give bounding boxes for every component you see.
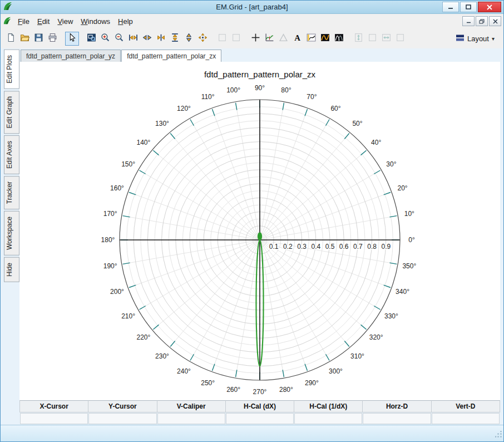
svg-text:170°: 170° [103, 210, 117, 218]
svg-text:0.6: 0.6 [339, 243, 349, 251]
readout-value-cell [157, 413, 225, 424]
svg-text:260°: 260° [226, 386, 240, 394]
polar-chart[interactable]: 0°10°20°30°40°50°60°70°80°90°100°110°120… [19, 81, 500, 400]
chevron-down-icon: ▾ [492, 36, 495, 42]
svg-text:270°: 270° [253, 388, 267, 396]
document-tab-inactive[interactable]: fdtd_pattern_pattern_polar_yz [21, 50, 121, 62]
svg-text:290°: 290° [305, 379, 319, 387]
readout-header-cell: Y-Cursor [88, 400, 157, 412]
svg-text:200°: 200° [110, 288, 124, 296]
readout-header-row: X-CursorY-CursorV-CaliperH-Cal (dX)H-Cal… [19, 400, 500, 412]
pan-vertical-icon [184, 33, 194, 44]
triangle-marker-icon [279, 33, 288, 44]
toolbar-pointer-select-button[interactable] [65, 32, 79, 46]
toolbar-fft-window-button[interactable] [332, 32, 346, 46]
toolbar-pan-horizontal-button[interactable] [140, 32, 154, 46]
zoom-region-icon [87, 33, 96, 44]
toolbar-print-button[interactable] [46, 32, 60, 46]
toolbar-fft-magnitude-button[interactable] [318, 32, 332, 46]
toolbar-fit-horizontal-button [379, 32, 393, 46]
readout-header-cell: Vert-D [432, 400, 500, 412]
sidebar-item-hide[interactable]: Hide [4, 257, 19, 282]
layout-label: Layout [467, 35, 489, 43]
toolbar-waveform-view-button[interactable] [304, 32, 318, 46]
svg-text:60°: 60° [330, 105, 340, 112]
toolbar-zoom-out-button[interactable] [112, 32, 126, 46]
svg-text:0.3: 0.3 [297, 243, 307, 251]
menu-edit[interactable]: Edit [33, 15, 53, 28]
svg-text:280°: 280° [279, 386, 293, 394]
menu-view[interactable]: View [53, 15, 77, 28]
svg-text:A: A [294, 33, 300, 42]
mdi-minimize-button[interactable] [462, 16, 475, 26]
toolbar-text-annotation-button[interactable]: A [290, 32, 304, 46]
toolbar-crosshair-marker-button[interactable] [249, 32, 263, 46]
content-area: Edit PlotsEdit GraphEdit AxesTrackerWork… [1, 48, 503, 425]
readout-value-row [19, 412, 500, 425]
sidebar-item-edit-axes[interactable]: Edit Axes [4, 135, 19, 174]
svg-text:90°: 90° [255, 84, 265, 92]
toolbar-expand-horizontal-button[interactable] [126, 32, 140, 46]
toolbar: A Layout ▾ [1, 28, 503, 48]
mdi-restore-button[interactable] [476, 16, 488, 26]
toolbar-new-document-button[interactable] [4, 32, 18, 46]
readout-value-cell [363, 413, 431, 424]
svg-text:80°: 80° [281, 86, 291, 94]
window-title: EM.Grid - [art_parab4] [1, 3, 503, 11]
sidebar-item-edit-plots[interactable]: Edit Plots [4, 50, 19, 89]
resize-grip[interactable] [495, 430, 502, 440]
svg-text:250°: 250° [201, 379, 215, 387]
print-icon [48, 33, 57, 44]
toolbar-save-button[interactable] [32, 32, 46, 46]
radial-labels: 0.10.20.30.40.50.60.70.80.9 [269, 243, 391, 251]
readout-value-cell [20, 413, 88, 424]
toolbar-zoom-region-button[interactable] [85, 32, 98, 46]
layout-icon [456, 33, 465, 44]
svg-text:220°: 220° [136, 333, 150, 341]
toolbar-zoom-in-button[interactable] [98, 32, 112, 46]
sidebar-item-workspace[interactable]: Workspace [4, 211, 19, 256]
svg-text:300°: 300° [329, 367, 343, 375]
close-button[interactable] [478, 2, 501, 12]
toolbar-fit-vertical-button [352, 32, 365, 46]
collapse-horizontal-icon [156, 33, 166, 44]
toolbar-group [4, 32, 60, 46]
toolbar-expand-vertical-button[interactable] [168, 32, 182, 46]
status-bar [1, 425, 503, 441]
document-tab-active[interactable]: fdtd_pattern_pattern_polar_zx [121, 50, 221, 62]
svg-text:0.9: 0.9 [381, 243, 391, 251]
readout-value-cell [432, 413, 500, 424]
sidebar-item-tracker[interactable]: Tracker [4, 176, 19, 209]
expand-vertical-icon [170, 33, 180, 44]
zoom-out-icon [115, 33, 124, 44]
maximize-button[interactable] [460, 2, 477, 12]
mdi-close-button[interactable] [489, 16, 501, 26]
region-box-first-icon [218, 33, 227, 44]
toolbar-autoscale-button[interactable] [196, 32, 210, 46]
toolbar-open-file-button[interactable] [18, 32, 32, 46]
svg-text:140°: 140° [136, 139, 150, 146]
toolbar-pan-vertical-button[interactable] [182, 32, 196, 46]
svg-text:110°: 110° [201, 93, 215, 101]
sidebar-item-edit-graph[interactable]: Edit Graph [4, 91, 19, 134]
toolbar-collapse-horizontal-button[interactable] [154, 32, 168, 46]
toolbar-region-box-second-button [229, 32, 243, 46]
layout-dropdown[interactable]: Layout ▾ [450, 31, 500, 46]
toolbar-curve-tracker-button[interactable] [263, 32, 276, 46]
readout-header-cell: H-Cal (1/dX) [294, 400, 363, 412]
svg-text:0.7: 0.7 [353, 243, 363, 251]
fft-window-icon [334, 33, 344, 44]
open-file-icon [20, 33, 29, 44]
minimize-button[interactable] [442, 2, 459, 12]
toolbar-vertical-range-box-button [365, 32, 379, 46]
menu-help[interactable]: Help [114, 15, 137, 28]
toolbar-group [65, 32, 79, 46]
title-bar: EM.Grid - [art_parab4] [1, 1, 503, 14]
svg-text:40°: 40° [371, 139, 381, 146]
pointer-select-icon [67, 33, 77, 44]
menu-file[interactable]: File [14, 15, 33, 28]
svg-text:240°: 240° [177, 367, 191, 375]
toolbar-group: A [249, 32, 346, 46]
app-window: EM.Grid - [art_parab4] FileEditViewWindo… [0, 0, 504, 442]
menu-windows[interactable]: Windows [77, 15, 114, 28]
